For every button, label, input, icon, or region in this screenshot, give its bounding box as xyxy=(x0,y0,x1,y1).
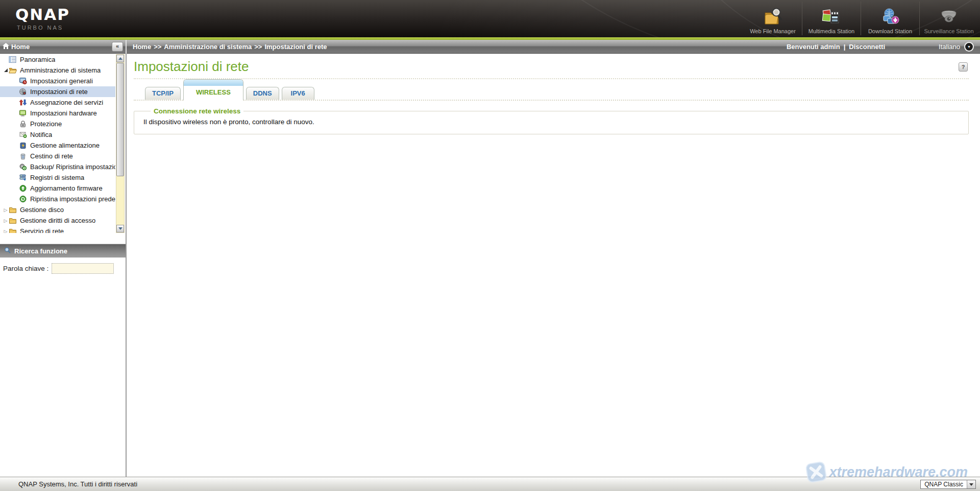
help-button[interactable]: ? xyxy=(959,62,968,72)
tree-item-cestino-di-rete[interactable]: Cestino di rete xyxy=(0,151,115,161)
welcome-text: Benvenuti admin xyxy=(787,43,840,51)
tree-item-servizio-di-rete[interactable]: Servizio di rete xyxy=(0,226,115,233)
collapsed-arrow-icon[interactable] xyxy=(3,218,9,223)
logout-link[interactable]: Disconnetti xyxy=(849,43,885,51)
tree-item-aggiornamento-firmware[interactable]: Aggiornamento firmware xyxy=(0,183,115,194)
tree-item-label: Impostazioni hardware xyxy=(30,109,97,117)
tree-item-gestione-diritti-di-accesso[interactable]: Gestione diritti di accesso xyxy=(0,215,115,226)
breadcrumb-network-settings[interactable]: Impostazioni di rete xyxy=(264,43,327,51)
function-search-title: Ricerca funzione xyxy=(14,247,67,255)
tree-item-label: Gestione disco xyxy=(20,206,64,214)
scroll-down-button[interactable] xyxy=(116,225,124,232)
collapsed-arrow-icon[interactable] xyxy=(3,207,9,213)
tree-item-impostazioni-di-rete[interactable]: Impostazioni di rete xyxy=(0,86,115,97)
sidebar-collapse-button[interactable]: « xyxy=(112,42,123,52)
function-search-header: Ricerca funzione xyxy=(0,244,126,258)
station-label: Web File Manager xyxy=(750,28,796,34)
tree-item-protezione[interactable]: Protezione xyxy=(0,119,115,129)
pipe-divider: | xyxy=(844,43,846,51)
tree-item-label: Assegnazione dei servizi xyxy=(30,99,103,106)
folder-closed-icon xyxy=(9,206,17,214)
security-lock-icon xyxy=(19,120,28,128)
keyword-label: Parola chiave : xyxy=(3,265,48,272)
title-separator xyxy=(134,78,969,79)
top-banner: QNAP TURBO NAS Web File Manager xyxy=(0,0,980,37)
expanded-arrow-icon[interactable] xyxy=(3,68,9,72)
tab-ipv6[interactable]: IPV6 xyxy=(282,87,314,100)
qnap-admin-page: QNAP TURBO NAS Web File Manager xyxy=(0,0,980,491)
tab-wireless-label: WIRELESS xyxy=(196,88,231,96)
tree-item-amministrazione-di-sistema[interactable]: Amministrazione di sistema xyxy=(0,65,115,76)
breadcrumb-separator: >> xyxy=(154,43,161,51)
tree-item-impostazioni-hardware[interactable]: Impostazioni hardware xyxy=(0,108,115,119)
navigation-tree: Panoramica Amministrazione di sistema Im… xyxy=(0,54,126,233)
tree-item-panoramica[interactable]: Panoramica xyxy=(0,54,115,65)
tab-tcpip[interactable]: TCP/IP xyxy=(145,87,181,100)
session-controls: Benvenuti admin | Disconnetti Italiano ▼ xyxy=(787,42,974,52)
surveillance-station-icon xyxy=(937,7,961,27)
web-file-manager-shortcut[interactable]: Web File Manager xyxy=(744,2,802,35)
qnap-tagline: TURBO NAS xyxy=(17,25,63,31)
restore-defaults-icon xyxy=(19,195,28,203)
folder-closed-icon xyxy=(9,217,17,225)
wireless-connection-panel: Connessione rete wireless Il dispositivo… xyxy=(134,107,969,134)
tab-ddns[interactable]: DDNS xyxy=(246,87,279,100)
tree-item-label: Cestino di rete xyxy=(30,152,73,160)
tree-item-label: Amministrazione di sistema xyxy=(20,66,101,74)
tree-item-gestione-disco[interactable]: Gestione disco xyxy=(0,204,115,215)
web-file-manager-icon xyxy=(761,7,785,27)
wireless-status-message: Il dispositivo wireless non è pronto, co… xyxy=(143,118,968,126)
network-recycle-bin-icon xyxy=(19,152,28,160)
network-settings-icon xyxy=(19,88,28,96)
breadcrumb-home[interactable]: Home xyxy=(133,43,151,51)
tree-item-impostazioni-generali[interactable]: Impostazioni generali xyxy=(0,76,115,86)
tree-vertical-scrollbar[interactable] xyxy=(116,54,125,233)
status-bar: QNAP Systems, Inc. Tutti i diritti riser… xyxy=(0,477,980,491)
tree-item-label: Ripristina impostazioni predefinite xyxy=(30,195,115,203)
overview-icon xyxy=(9,56,17,64)
function-search-body: Parola chiave : xyxy=(0,258,126,274)
tree-item-label: Servizio di rete xyxy=(20,227,64,233)
tree-item-label: Registri di sistema xyxy=(30,174,84,181)
main-content: Impostazioni di rete ? TCP/IP WIRELESS D… xyxy=(127,54,980,477)
tree-item-backup-ripristina[interactable]: Backup/ Ripristina impostazioni xyxy=(0,161,115,172)
tab-bar: TCP/IP WIRELESS DDNS IPV6 xyxy=(134,83,969,101)
hardware-settings-icon xyxy=(19,109,28,118)
backup-restore-icon xyxy=(19,163,28,171)
theme-select[interactable]: QNAP Classic xyxy=(920,480,976,489)
copyright-text: QNAP Systems, Inc. Tutti i diritti riser… xyxy=(18,480,137,488)
system-logs-icon xyxy=(19,174,28,182)
tree-item-gestione-alimentazione[interactable]: Gestione alimentazione xyxy=(0,140,115,151)
select-dropdown-arrow-icon xyxy=(967,480,975,488)
search-icon xyxy=(4,247,11,255)
tree-item-registri-di-sistema[interactable]: Registri di sistema xyxy=(0,172,115,183)
theme-select-value: QNAP Classic xyxy=(924,481,963,488)
language-dropdown-icon[interactable]: ▼ xyxy=(964,42,974,52)
keyword-input[interactable] xyxy=(52,263,114,274)
power-management-icon xyxy=(19,142,28,150)
tree-item-notifica[interactable]: Notifica xyxy=(0,129,115,140)
breadcrumb-separator: >> xyxy=(254,43,262,51)
tree-item-label: Gestione diritti di accesso xyxy=(20,217,95,224)
page-title: Impostazioni di rete xyxy=(134,59,249,75)
tree-item-ripristina-predefinite[interactable]: Ripristina impostazioni predefinite xyxy=(0,194,115,204)
surveillance-station-shortcut[interactable]: Surveillance Station xyxy=(919,2,978,35)
tree-item-assegnazione-dei-servizi[interactable]: Assegnazione dei servizi xyxy=(0,97,115,108)
notification-icon xyxy=(19,131,28,139)
tab-wireless[interactable]: WIRELESS xyxy=(183,79,243,101)
service-binding-icon xyxy=(19,99,28,107)
multimedia-station-shortcut[interactable]: Multimedia Station xyxy=(802,2,861,35)
collapsed-arrow-icon[interactable] xyxy=(3,229,9,233)
home-icon xyxy=(3,43,9,51)
scroll-up-button[interactable] xyxy=(116,55,124,62)
tree-item-label: Gestione alimentazione xyxy=(30,142,100,149)
breadcrumb-bar: Home >> Amministrazione di sistema >> Im… xyxy=(127,40,980,54)
breadcrumb-system-admin[interactable]: Amministrazione di sistema xyxy=(164,43,252,51)
download-station-shortcut[interactable]: Download Station xyxy=(861,2,919,35)
station-label: Multimedia Station xyxy=(808,28,855,34)
station-label: Download Station xyxy=(868,28,912,34)
sidebar: Panoramica Amministrazione di sistema Im… xyxy=(0,54,126,477)
station-label: Surveillance Station xyxy=(924,28,973,34)
vertical-scroll-thumb[interactable] xyxy=(116,63,124,176)
tree-item-label: Impostazioni di rete xyxy=(30,88,88,96)
